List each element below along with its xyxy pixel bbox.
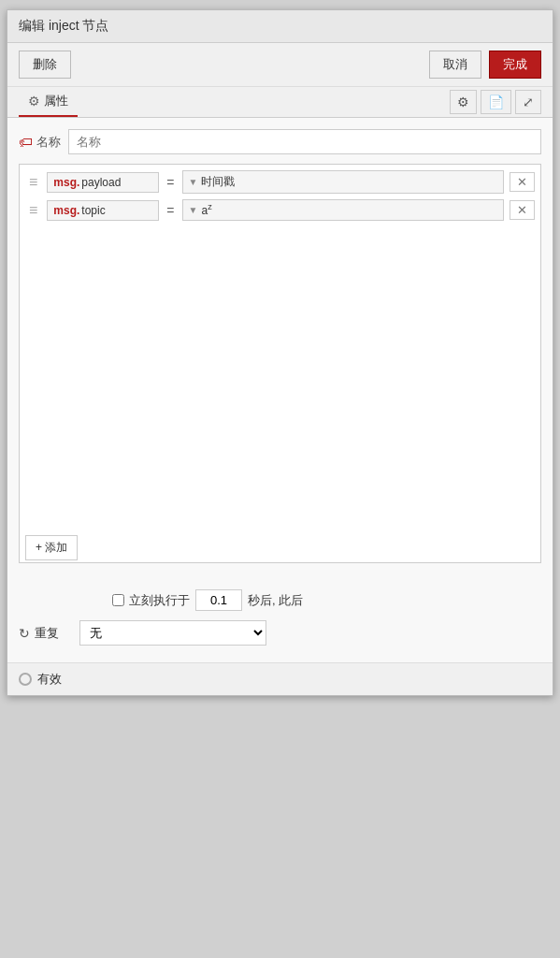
options-area: 立刻执行于 秒后, 此后 ↻ 重复 无 间隔 指定时间 指定时间区间 cron: [7, 582, 553, 662]
remove-prop-payload[interactable]: ✕: [510, 172, 535, 192]
name-input[interactable]: [68, 129, 541, 154]
tab-properties-label: 属性: [44, 93, 68, 109]
status-bar: 有效: [7, 662, 553, 695]
repeat-label-text: 重复: [35, 625, 59, 642]
immediate-label: 立刻执行于: [112, 592, 190, 609]
prop-key-payload[interactable]: msg. payload: [47, 172, 159, 193]
suffix-text: 秒后, 此后: [248, 592, 303, 609]
name-label: 🏷 名称: [19, 134, 61, 151]
prop-value-payload[interactable]: ▼ 时间戳: [182, 170, 504, 194]
tabs-bar: ⚙ 属性 ⚙ 📄 ⤢: [7, 87, 553, 118]
tab-icon-expand[interactable]: ⤢: [515, 90, 541, 114]
immediate-row: 立刻执行于 秒后, 此后: [19, 589, 541, 611]
tab-icon-file[interactable]: 📄: [481, 90, 511, 114]
name-label-text: 名称: [36, 134, 61, 151]
dropdown-arrow-payload: ▼: [189, 177, 198, 187]
toolbar-right: 取消 完成: [429, 51, 541, 79]
repeat-label: ↻ 重复: [19, 625, 70, 642]
prop-row-payload: ≡ msg. payload = ▼ 时间戳 ✕: [25, 170, 535, 194]
repeat-icon: ↻: [19, 626, 30, 641]
prop-key-value-topic: topic: [81, 204, 105, 217]
prop-value-text-payload: 时间戳: [201, 174, 497, 190]
tab-properties[interactable]: ⚙ 属性: [19, 87, 78, 117]
toolbar: 删除 取消 完成: [7, 43, 553, 87]
tag-icon: 🏷: [19, 134, 33, 150]
prop-value-text-topic: az: [201, 203, 497, 217]
seconds-input[interactable]: [195, 589, 242, 611]
content-area: 🏷 名称 ≡ msg. payload = ▼ 时间戳: [7, 118, 553, 582]
delete-button[interactable]: 删除: [19, 51, 71, 79]
cancel-button[interactable]: 取消: [429, 51, 481, 79]
gear-icon: ⚙: [28, 94, 40, 109]
tab-icon-settings[interactable]: ⚙: [450, 90, 477, 114]
add-property-button[interactable]: + 添加: [25, 535, 78, 560]
title-text: 编辑 inject 节点: [19, 18, 108, 33]
title-bar: 编辑 inject 节点: [7, 10, 553, 43]
drag-handle-payload[interactable]: ≡: [25, 172, 41, 193]
prop-value-topic[interactable]: ▼ az: [182, 199, 504, 221]
tab-icons: ⚙ 📄 ⤢: [450, 90, 541, 114]
props-scroll-area: ≡ msg. payload = ▼ 时间戳 ✕ ≡: [20, 165, 540, 531]
drag-handle-topic[interactable]: ≡: [25, 200, 41, 221]
repeat-select[interactable]: 无 间隔 指定时间 指定时间区间 cron: [79, 620, 266, 646]
az-sub: z: [208, 202, 212, 211]
status-text: 有效: [37, 671, 62, 688]
equals-topic: =: [165, 203, 176, 218]
equals-payload: =: [165, 175, 176, 190]
remove-prop-topic[interactable]: ✕: [510, 200, 535, 220]
repeat-row: ↻ 重复 无 间隔 指定时间 指定时间区间 cron: [19, 620, 541, 646]
empty-space: [25, 226, 535, 526]
prop-key-value-payload: payload: [81, 176, 121, 189]
main-window: 编辑 inject 节点 删除 取消 完成 ⚙ 属性 ⚙ 📄 ⤢ 🏷 名称: [7, 9, 553, 696]
name-field-row: 🏷 名称: [19, 129, 541, 154]
status-circle: [19, 673, 32, 686]
immediate-checkbox[interactable]: [112, 594, 124, 606]
prop-key-prefix-topic: msg.: [53, 204, 79, 217]
done-button[interactable]: 完成: [489, 51, 541, 79]
immediate-label-text: 立刻执行于: [129, 592, 190, 609]
prop-row-topic: ≡ msg. topic = ▼ az ✕: [25, 199, 535, 221]
dropdown-arrow-topic: ▼: [189, 205, 198, 215]
properties-area: ≡ msg. payload = ▼ 时间戳 ✕ ≡: [19, 164, 541, 563]
prop-key-prefix-payload: msg.: [53, 176, 79, 189]
prop-key-topic[interactable]: msg. topic: [47, 200, 159, 221]
add-row: + 添加: [20, 531, 540, 562]
